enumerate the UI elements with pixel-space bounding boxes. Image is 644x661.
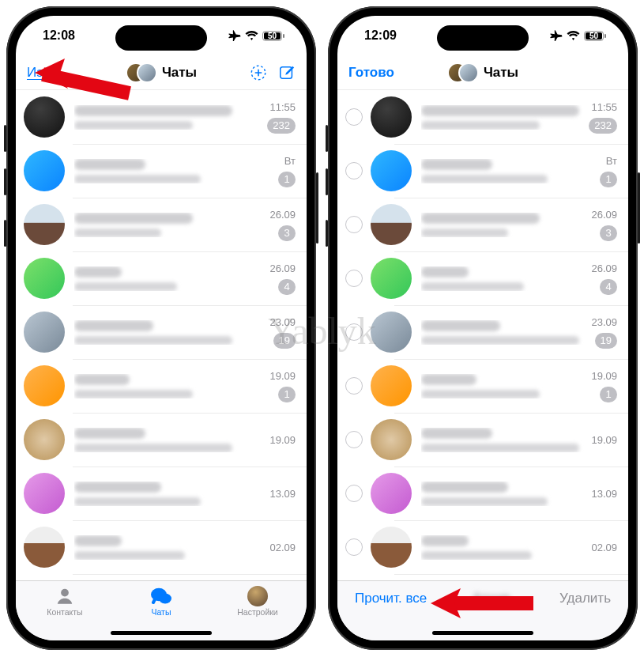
- select-radio[interactable]: [345, 377, 363, 395]
- chat-meta: 13.09: [591, 488, 617, 500]
- chat-row[interactable]: 23.0919: [337, 305, 628, 359]
- unread-badge: 1: [278, 387, 296, 402]
- unread-badge: 4: [278, 279, 296, 295]
- chat-meta: 26.093: [591, 209, 617, 241]
- chat-meta: 11:55232: [589, 101, 617, 134]
- chat-title-blur: [421, 105, 579, 116]
- nav-title: Чаты: [484, 65, 518, 81]
- chat-avatar: [371, 312, 412, 353]
- chat-avatar: [371, 150, 412, 191]
- tab-chats[interactable]: Чаты: [130, 586, 193, 617]
- airplane-icon: [228, 30, 241, 41]
- stories-avatars[interactable]: [447, 62, 479, 83]
- chat-avatar: [24, 96, 65, 138]
- chat-preview-blur: [74, 551, 185, 560]
- chat-row[interactable]: 31.08: [16, 574, 307, 580]
- chat-row[interactable]: 19.091: [16, 359, 307, 413]
- chat-body: [74, 320, 263, 345]
- chat-meta: 26.094: [591, 263, 617, 295]
- select-radio[interactable]: [345, 538, 363, 556]
- chat-title-blur: [74, 320, 153, 331]
- chat-time: 11:55: [269, 101, 296, 113]
- chat-title-blur: [74, 213, 193, 224]
- tab-contacts[interactable]: Контакты: [33, 586, 96, 617]
- chat-row[interactable]: Вт1: [337, 144, 628, 198]
- chat-list[interactable]: 11:55232Вт126.09326.09423.091919.09119.0…: [337, 90, 628, 580]
- chat-row[interactable]: 19.091: [337, 359, 628, 413]
- unread-badge: 1: [600, 387, 617, 402]
- chat-row[interactable]: 31.08: [337, 574, 628, 580]
- chat-title-blur: [421, 266, 469, 278]
- svg-rect-2: [283, 34, 284, 38]
- chat-avatar: [371, 204, 412, 245]
- chat-meta: 23.0919: [269, 316, 296, 349]
- chat-meta: 11:55232: [267, 101, 296, 134]
- done-button[interactable]: Готово: [348, 65, 394, 81]
- chat-preview-blur: [421, 229, 508, 237]
- chat-row[interactable]: 23.0919: [16, 305, 307, 359]
- chat-body: [421, 105, 582, 130]
- settings-avatar-icon: [247, 586, 268, 606]
- select-radio[interactable]: [345, 270, 363, 287]
- select-radio[interactable]: [345, 162, 363, 179]
- chat-avatar: [371, 419, 412, 460]
- chat-body: [74, 213, 263, 237]
- airplane-icon: [550, 30, 563, 41]
- chat-title-blur: [74, 266, 122, 278]
- chat-avatar: [24, 204, 65, 245]
- chat-row[interactable]: 26.094: [16, 251, 307, 305]
- tab-settings[interactable]: Настройки: [226, 586, 289, 617]
- chat-meta: 19.091: [591, 370, 617, 402]
- chat-row[interactable]: 13.09: [16, 466, 307, 520]
- chat-row[interactable]: 02.09: [16, 520, 307, 574]
- chat-list[interactable]: 11:55232Вт126.09326.09423.091919.09119.0…: [16, 90, 307, 580]
- chat-row[interactable]: Вт1: [16, 144, 307, 198]
- chat-row[interactable]: 11:55232: [16, 90, 307, 144]
- chat-title-blur: [421, 428, 492, 439]
- chat-body: [421, 213, 585, 237]
- chat-title-blur: [421, 482, 508, 493]
- select-radio[interactable]: [345, 323, 363, 341]
- nav-title: Чаты: [162, 65, 197, 81]
- svg-rect-10: [604, 34, 606, 38]
- chat-avatar: [371, 365, 412, 406]
- home-indicator[interactable]: [432, 631, 533, 635]
- chat-title-blur: [74, 374, 130, 385]
- chat-preview-blur: [421, 390, 540, 398]
- select-radio[interactable]: [345, 108, 363, 126]
- chat-avatar: [371, 96, 412, 138]
- chat-time: 13.09: [269, 488, 296, 500]
- chat-row[interactable]: 11:55232: [337, 90, 628, 144]
- new-folder-icon[interactable]: [250, 64, 267, 81]
- chat-title-blur: [74, 105, 232, 116]
- chat-preview-blur: [421, 282, 524, 291]
- chat-title-blur: [421, 374, 476, 385]
- chat-body: [421, 374, 585, 398]
- chat-preview-blur: [74, 390, 193, 398]
- select-radio[interactable]: [345, 431, 363, 448]
- chat-row[interactable]: 19.09: [16, 413, 307, 466]
- chat-row[interactable]: 19.09: [337, 413, 628, 466]
- chat-row[interactable]: 13.09: [337, 466, 628, 520]
- chat-row[interactable]: 26.094: [337, 251, 628, 305]
- home-indicator[interactable]: [111, 631, 212, 635]
- chat-avatar: [24, 312, 65, 353]
- chat-time: 26.09: [591, 263, 617, 274]
- chat-title-blur: [74, 535, 122, 546]
- chat-row[interactable]: 26.093: [337, 198, 628, 251]
- unread-badge: 19: [595, 333, 617, 349]
- select-radio[interactable]: [345, 216, 363, 233]
- select-radio[interactable]: [345, 485, 363, 502]
- chat-row[interactable]: 02.09: [337, 520, 628, 574]
- read-all-button[interactable]: Прочит. все: [355, 591, 427, 606]
- chat-body: [74, 266, 263, 291]
- chat-meta: Вт1: [600, 155, 617, 187]
- edit-button[interactable]: Изм.: [27, 65, 55, 81]
- compose-icon[interactable]: [278, 64, 296, 81]
- stories-avatars[interactable]: [126, 62, 157, 83]
- tab-label: Настройки: [237, 607, 278, 617]
- chat-time: 19.09: [591, 434, 617, 446]
- delete-button[interactable]: Удалить: [559, 591, 611, 606]
- chat-body: [421, 482, 585, 506]
- chat-row[interactable]: 26.093: [16, 198, 307, 251]
